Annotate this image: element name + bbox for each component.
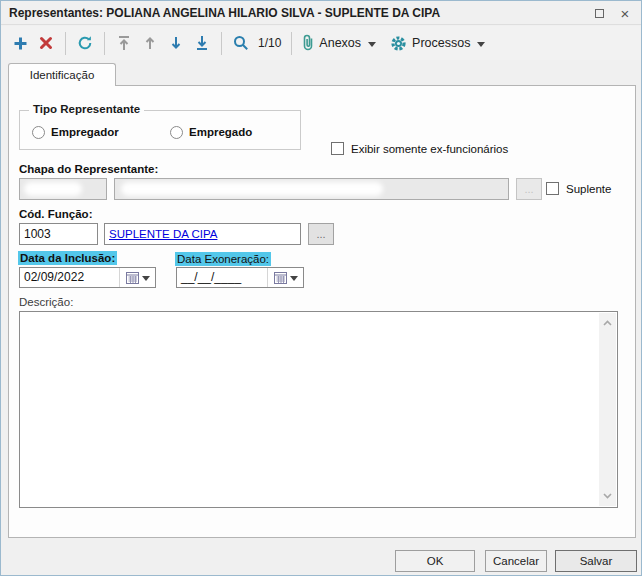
cod-funcao-browse-button[interactable]: ... (308, 223, 334, 245)
chevron-down-icon (368, 42, 376, 47)
window-title: Representantes: POLIANA ANGELINA HILARIO… (9, 6, 440, 20)
toolbar-separator (104, 32, 105, 55)
last-record-button[interactable] (189, 30, 215, 57)
salvar-button[interactable]: Salvar (555, 550, 637, 572)
chapa-name-field[interactable] (114, 178, 509, 200)
maximize-button[interactable] (587, 3, 611, 23)
funcao-name-field: SUPLENTE DA CIPA (104, 223, 301, 245)
ok-button[interactable]: OK (395, 550, 475, 572)
cod-funcao-input[interactable]: 1003 (19, 223, 98, 245)
delete-icon (39, 36, 53, 50)
suplente-label[interactable]: Suplente (566, 183, 611, 195)
exibir-ex-funcionarios-label[interactable]: Exibir somente ex-funcionários (351, 143, 508, 155)
previous-record-button[interactable] (137, 30, 163, 57)
maximize-icon (595, 9, 604, 18)
tipo-representante-legend: Tipo Representante (29, 103, 144, 115)
chapa-code-field[interactable] (19, 178, 107, 200)
tab-panel-identificacao: Tipo Representante Empregador Empregado … (8, 85, 636, 538)
data-inclusao-control: 02/09/2022 (19, 267, 156, 288)
first-record-button[interactable] (111, 30, 137, 57)
radio-empregado-label[interactable]: Empregado (189, 126, 252, 138)
toolbar-separator (221, 32, 222, 55)
data-inclusao-input[interactable]: 02/09/2022 (20, 268, 119, 287)
exibir-ex-funcionarios-checkbox[interactable] (331, 142, 344, 155)
last-record-icon (195, 35, 209, 51)
radio-empregador-label[interactable]: Empregador (51, 126, 119, 138)
calendar-icon (274, 271, 287, 284)
data-exoneracao-control: __/__/____ (176, 267, 304, 288)
chapa-label: Chapa do Representante: (19, 163, 158, 175)
gear-icon (390, 35, 407, 52)
data-exoneracao-input[interactable]: __/__/____ (177, 268, 267, 287)
data-inclusao-label: Data da Inclusão: (18, 251, 117, 265)
redaction-smudge (24, 182, 82, 196)
cod-funcao-label: Cód. Função: (19, 208, 92, 220)
add-button[interactable] (7, 30, 33, 57)
chevron-down-icon (142, 276, 150, 281)
redaction-smudge (121, 182, 383, 196)
previous-record-icon (143, 35, 157, 51)
toolbar: 1/10 Anexos Processos (1, 26, 641, 60)
scroll-up-button[interactable] (599, 315, 616, 331)
radio-empregador[interactable] (32, 126, 45, 139)
radio-empregado[interactable] (170, 126, 183, 139)
representantes-dialog: Representantes: POLIANA ANGELINA HILARIO… (0, 0, 642, 576)
suplente-checkbox[interactable] (546, 182, 559, 195)
next-record-button[interactable] (163, 30, 189, 57)
anexos-button[interactable]: Anexos (298, 30, 386, 57)
delete-button[interactable] (33, 30, 59, 57)
chevron-down-icon (603, 493, 612, 499)
toolbar-separator (291, 32, 292, 55)
chevron-down-icon (290, 276, 298, 281)
scrollbar[interactable] (599, 313, 616, 506)
add-icon (13, 36, 28, 51)
close-icon: × (621, 5, 630, 22)
next-record-icon (169, 35, 183, 51)
funcao-link[interactable]: SUPLENTE DA CIPA (109, 228, 217, 240)
descricao-textarea[interactable] (19, 311, 618, 508)
first-record-icon (117, 35, 131, 51)
titlebar: Representantes: POLIANA ANGELINA HILARIO… (1, 1, 641, 25)
chevron-down-icon (477, 42, 485, 47)
record-counter: 1/10 (258, 36, 281, 50)
calendar-icon (126, 271, 139, 284)
processos-button[interactable]: Processos (386, 30, 495, 57)
toolbar-separator (65, 32, 66, 55)
refresh-button[interactable] (72, 30, 98, 57)
data-exoneracao-calendar-button[interactable] (267, 268, 303, 287)
data-inclusao-calendar-button[interactable] (119, 268, 155, 287)
cancelar-button[interactable]: Cancelar (485, 550, 547, 572)
scroll-down-button[interactable] (599, 488, 616, 504)
chevron-up-icon (603, 320, 612, 326)
chapa-browse-button[interactable]: ... (516, 178, 542, 200)
refresh-icon (77, 35, 93, 51)
close-button[interactable]: × (613, 3, 637, 23)
paperclip-icon (302, 34, 314, 52)
tipo-representante-groupbox: Tipo Representante Empregador Empregado (19, 110, 301, 150)
data-exoneracao-label: Data Exoneração: (175, 252, 271, 266)
anexos-label: Anexos (319, 36, 361, 50)
descricao-label: Descrição: (19, 296, 73, 308)
cod-funcao-value: 1003 (24, 227, 51, 241)
search-icon (233, 35, 249, 51)
tab-identificacao[interactable]: Identificação (8, 63, 116, 86)
processos-label: Processos (412, 36, 470, 50)
search-button[interactable] (228, 30, 254, 57)
tab-label: Identificação (30, 69, 95, 81)
